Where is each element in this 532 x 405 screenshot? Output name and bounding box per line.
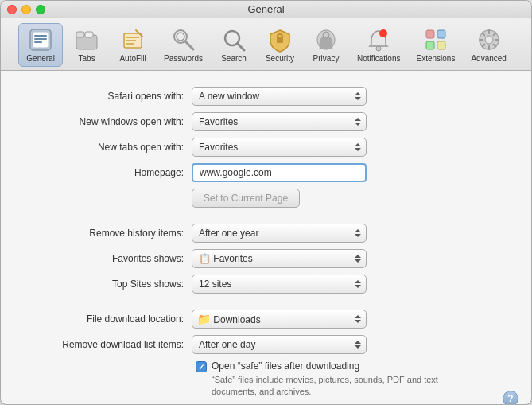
arrow-down-icon bbox=[355, 97, 361, 100]
toolbar-item-autofill[interactable]: AutoFill bbox=[111, 23, 155, 67]
svg-line-17 bbox=[238, 44, 244, 50]
file-download-arrow bbox=[355, 315, 361, 323]
search-label: Search bbox=[221, 54, 247, 63]
open-safe-files-label: Open “safe” files after downloading bbox=[212, 360, 359, 372]
help-icon: ? bbox=[507, 393, 513, 404]
new-tabs-select[interactable]: Favorites bbox=[192, 138, 367, 157]
svg-point-14 bbox=[177, 33, 184, 41]
svg-rect-25 bbox=[426, 41, 434, 49]
toolbar-item-notifications[interactable]: Notifications bbox=[350, 23, 407, 67]
arrow-down-icon bbox=[355, 234, 361, 237]
toolbar: General Tabs bbox=[1, 18, 531, 71]
new-windows-value: Favorites bbox=[199, 116, 238, 127]
advanced-icon bbox=[476, 27, 502, 53]
remove-history-arrow bbox=[355, 229, 361, 237]
main-content: Safari opens with: A new window New wind… bbox=[1, 71, 531, 405]
titlebar: General bbox=[1, 1, 531, 18]
open-safe-files-row: ✓ Open “safe” files after downloading bbox=[196, 360, 450, 372]
arrow-up-icon bbox=[355, 280, 361, 283]
svg-rect-4 bbox=[34, 41, 42, 43]
window-controls[interactable] bbox=[7, 5, 45, 14]
privacy-icon bbox=[313, 27, 339, 53]
remove-download-control: After one day bbox=[192, 335, 367, 354]
arrow-down-icon bbox=[355, 285, 361, 288]
toolbar-item-extensions[interactable]: Extensions bbox=[409, 23, 462, 67]
homepage-control bbox=[192, 163, 367, 182]
remove-history-select[interactable]: After one year bbox=[192, 224, 367, 243]
general-icon bbox=[28, 27, 53, 53]
toolbar-item-search[interactable]: Search bbox=[212, 23, 256, 67]
new-tabs-label: New tabs open with: bbox=[33, 142, 192, 153]
content-wrapper: Safari opens with: A new window New wind… bbox=[1, 71, 531, 405]
help-button[interactable]: ? bbox=[503, 391, 518, 405]
toolbar-item-advanced[interactable]: Advanced bbox=[464, 23, 513, 67]
new-windows-select[interactable]: Favorites bbox=[192, 112, 367, 131]
safari-opens-arrow bbox=[355, 92, 361, 100]
favorites-shows-control: 📋 Favorites bbox=[192, 249, 367, 268]
arrow-down-icon bbox=[355, 123, 361, 126]
autofill-label: AutoFill bbox=[119, 54, 146, 63]
arrow-up-icon bbox=[355, 118, 361, 121]
top-sites-row: Top Sites shows: 12 sites bbox=[33, 275, 499, 294]
open-safe-files-checkbox[interactable]: ✓ bbox=[196, 361, 207, 372]
privacy-label: Privacy bbox=[313, 54, 340, 63]
maximize-button[interactable] bbox=[36, 5, 45, 14]
homepage-label: Homepage: bbox=[33, 167, 192, 178]
file-download-control: 📁 Downloads bbox=[192, 310, 367, 329]
new-windows-row: New windows open with: Favorites bbox=[33, 112, 499, 131]
toolbar-item-privacy[interactable]: Privacy bbox=[304, 23, 348, 67]
notifications-icon bbox=[366, 27, 391, 53]
safari-opens-value: A new window bbox=[199, 91, 259, 102]
favorites-shows-select[interactable]: 📋 Favorites bbox=[192, 249, 367, 268]
file-download-value: 📁 Downloads bbox=[197, 313, 261, 325]
svg-rect-2 bbox=[34, 35, 47, 37]
file-download-label: File download location: bbox=[33, 313, 192, 325]
minimize-button[interactable] bbox=[21, 5, 31, 14]
svg-point-21 bbox=[376, 46, 381, 51]
remove-download-select[interactable]: After one day bbox=[192, 335, 367, 354]
checkbox-check-icon: ✓ bbox=[198, 363, 204, 372]
remove-history-row: Remove history items: After one year bbox=[33, 224, 499, 243]
remove-history-label: Remove history items: bbox=[33, 228, 192, 239]
favorites-shows-arrow bbox=[355, 255, 361, 263]
spacer1 bbox=[33, 214, 499, 224]
autofill-icon bbox=[120, 27, 146, 53]
homepage-input[interactable] bbox=[192, 163, 367, 182]
set-current-control: Set to Current Page bbox=[192, 189, 367, 208]
arrow-up-icon bbox=[355, 315, 361, 318]
toolbar-item-passwords[interactable]: Passwords bbox=[157, 23, 210, 67]
toolbar-item-security[interactable]: Security bbox=[258, 23, 302, 67]
extensions-label: Extensions bbox=[416, 54, 455, 63]
remove-history-value: After one year bbox=[199, 228, 258, 239]
passwords-icon bbox=[171, 27, 196, 53]
new-tabs-value: Favorites bbox=[199, 142, 238, 153]
arrow-down-icon bbox=[355, 320, 361, 323]
svg-point-20 bbox=[323, 32, 329, 38]
safari-opens-select[interactable]: A new window bbox=[192, 87, 367, 106]
favorites-shows-value: 📋 Favorites bbox=[199, 253, 253, 264]
set-current-page-row: Set to Current Page bbox=[33, 189, 499, 208]
arrow-down-icon bbox=[355, 345, 361, 349]
toolbar-item-general[interactable]: General bbox=[18, 23, 63, 67]
svg-rect-3 bbox=[34, 38, 47, 40]
new-tabs-control: Favorites bbox=[192, 138, 367, 157]
arrow-up-icon bbox=[355, 92, 361, 95]
arrow-up-icon bbox=[355, 341, 361, 344]
arrow-down-icon bbox=[355, 148, 361, 151]
svg-rect-26 bbox=[437, 41, 445, 49]
remove-download-row: Remove download list items: After one da… bbox=[33, 335, 499, 354]
folder-icon: 📁 bbox=[197, 313, 211, 325]
tabs-label: Tabs bbox=[79, 54, 95, 63]
toolbar-item-tabs[interactable]: Tabs bbox=[64, 23, 109, 67]
close-button[interactable] bbox=[7, 5, 17, 14]
favorites-shows-row: Favorites shows: 📋 Favorites bbox=[33, 249, 499, 268]
svg-rect-6 bbox=[76, 32, 84, 37]
svg-point-28 bbox=[485, 36, 493, 44]
set-current-page-button[interactable]: Set to Current Page bbox=[192, 189, 300, 208]
notifications-label: Notifications bbox=[357, 54, 400, 63]
top-sites-select[interactable]: 12 sites bbox=[192, 275, 367, 294]
safari-opens-label: Safari opens with: bbox=[33, 91, 192, 102]
general-label: General bbox=[26, 54, 55, 63]
safe-files-subtext-content: “Safe” files include movies, pictures, s… bbox=[212, 375, 438, 396]
file-download-select[interactable]: 📁 Downloads bbox=[192, 310, 367, 329]
